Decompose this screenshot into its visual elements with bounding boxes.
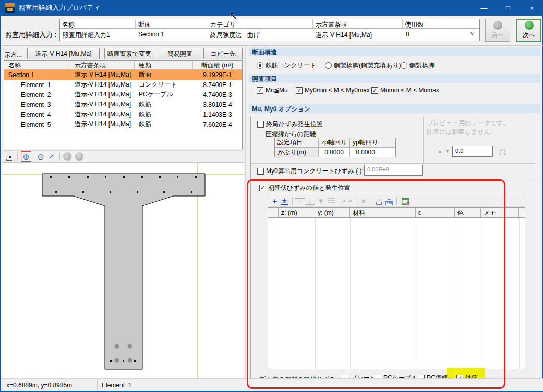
move-top-icon[interactable]: ↑: [295, 198, 305, 205]
check-my0-range[interactable]: ✓ My0min < M < My0max: [296, 87, 370, 94]
angle-input[interactable]: 0.0: [452, 146, 493, 157]
window-title: 照査用詳細入力プロパティ: [18, 3, 101, 13]
mu-my0-options-header: Mu, My0 オプション: [249, 104, 540, 113]
check-mu-range-box: ✓: [371, 87, 378, 94]
next-button-label: 次へ: [523, 31, 535, 40]
close-button[interactable]: ×: [520, 0, 543, 16]
combo-value-row[interactable]: 照査用詳細入力1 Section 1 終局強度法 - 曲げ 道示-V H14 […: [60, 29, 479, 41]
col-section-header: 断面: [138, 20, 151, 29]
drawing-toolbar: ⊕ ⊖ ↗ ← →: [2, 150, 244, 163]
close-icon: ×: [530, 4, 534, 12]
my0-strain-input[interactable]: 0.00E+0: [364, 165, 423, 176]
yield-strain-table[interactable]: z: (m) y: (m) 材料 ε 色 メモ: [268, 207, 525, 369]
delete-row-icon[interactable]: ×: [359, 197, 368, 206]
add-multiple-rows-icon[interactable]: ±: [281, 197, 288, 205]
minimize-button[interactable]: —: [472, 0, 496, 16]
insert-row-icon[interactable]: ▼: [316, 197, 325, 206]
angle-unit-label: (°): [499, 148, 506, 155]
header-spec: 示方書条項: [69, 61, 135, 69]
yp-value-cell[interactable]: 0.0000: [350, 148, 381, 157]
minimize-icon: —: [481, 4, 488, 12]
col-count-header: 使用数: [405, 20, 424, 29]
radio-steel[interactable]: 鋼製橋脚: [401, 61, 435, 70]
cursor-coordinates: x=0.6889m, y=0.8985m: [6, 382, 72, 389]
radio-steel-icon: [401, 62, 407, 69]
paste-list-icon[interactable]: [327, 197, 336, 206]
table-row-element4[interactable]: Element 4 道示-V H14 [Mu,Ma] 鉄筋 1.1403E-3: [4, 109, 242, 119]
prev-circle-arrow-icon: ←: [493, 21, 502, 30]
view-forward-icon[interactable]: →: [75, 152, 83, 161]
table-row-element5[interactable]: Element 5 道示-V H14 [Mu,Ma] 鉄筋 7.6020E-4: [4, 119, 242, 129]
cover-row-label: かぶり(m): [275, 148, 319, 157]
check-ultimate-strain[interactable]: 終局ひずみ発生位置: [257, 120, 323, 129]
section-element-table: 名称 示方書条項 種類 断面積 (m²) Section 1 道示-V H14 …: [4, 60, 243, 149]
fit-view-icon[interactable]: [6, 153, 14, 161]
export-table-icon[interactable]: →: [401, 197, 410, 205]
cross-section-drawing: [2, 163, 244, 378]
app-icon: ES: [5, 3, 15, 13]
next-button[interactable]: → 次へ: [516, 19, 541, 42]
measure-arrow-icon[interactable]: ↗: [48, 152, 54, 161]
col-name-header: 名称: [62, 20, 75, 29]
radio-steel-filled-icon: [325, 62, 332, 69]
value-count: 0: [406, 31, 409, 38]
cover-table-header: 設定項目 zp軸回り yp軸回り: [275, 138, 395, 148]
table-header-row: 名称 示方書条項 種類 断面積 (m²): [4, 61, 242, 70]
move-bottom-icon[interactable]: ↓: [306, 198, 315, 205]
app-icon-label: ES: [7, 7, 13, 12]
radio-steel-filled[interactable]: 鋼製橋脚(鋼製充填あり): [325, 61, 401, 70]
check-initial-yield[interactable]: ✓ 初降伏ひずみの値と発生位置: [259, 183, 350, 192]
table-row-element1[interactable]: Element 1 道示-V H14 [Mu,Ma] コンクリート 8.7400…: [4, 80, 242, 90]
spec-select-button[interactable]: 道示-V H14 [Mu,Ma]: [27, 48, 100, 59]
add-row-icon[interactable]: +: [270, 197, 280, 206]
mu-my0-options-group: 終局ひずみ発生位置 圧縮縁からの距離 設定項目 zp軸回り yp軸回り かぶり(…: [250, 116, 536, 388]
yield-table-toolbar: + ± ↑ ↓ ▼ A→B × ↔ ↔123 →: [268, 195, 525, 207]
dropdown-icon[interactable]: ∨: [470, 30, 474, 37]
zoom-in-icon[interactable]: ⊕: [21, 151, 31, 162]
check-mu-range[interactable]: ✓ Mumin < M < Mumax: [371, 87, 439, 94]
check-my0-concrete-strain-box: [257, 168, 264, 175]
change-by-element-button[interactable]: 断面要素で変更: [104, 48, 154, 59]
check-mc-mu[interactable]: ✓ Mc≦Mu: [257, 87, 288, 94]
check-ultimate-strain-box: [257, 121, 264, 128]
rename-icon[interactable]: A→B: [342, 197, 353, 206]
maximize-icon: □: [506, 4, 510, 12]
simple-check-button[interactable]: 簡易照査: [159, 48, 201, 59]
header-area: 断面積 (m²): [193, 61, 242, 69]
properties-panel: 断面構造 鉄筋コンクリート 鋼製橋脚(鋼製充填あり) 鋼製橋脚 照査項目 ✓ M…: [246, 46, 543, 379]
combo-header-row: 名称 断面 カテゴリ 示方書条項 使用数: [60, 19, 479, 29]
view-back-icon[interactable]: ←: [63, 152, 71, 161]
header-kind: 種類: [135, 61, 193, 69]
check-my0-concrete-strain[interactable]: My0算出用コンクリートひずみ ( ):: [257, 167, 364, 176]
section-structure-header: 断面構造: [249, 47, 540, 56]
table-row-section1[interactable]: Section 1 道示-V H14 [Mu,Ma] 断面 9.1929E-1: [4, 70, 242, 80]
dialog-window: ES 照査用詳細入力プロパティ — □ × ↖ 照査用詳細入力 : 名称 断面 …: [0, 0, 543, 392]
radio-rc[interactable]: 鉄筋コンクリート: [257, 61, 316, 70]
table-row-element2[interactable]: Element 2 道示-V H14 [Mu,Ma] PCケーブル 4.7400…: [4, 90, 242, 100]
zoom-out-icon[interactable]: ⊖: [35, 153, 46, 161]
value-spec: 道示-V H14 [Mu,Ma]: [316, 31, 372, 40]
prev-button-label: 前へ: [491, 31, 504, 40]
header-name: 名称: [4, 61, 69, 69]
status-element-label: Element 1: [102, 382, 131, 389]
radio-rc-icon: [257, 62, 263, 69]
col-spec-header: 示方書条項: [316, 20, 347, 29]
cross-section-canvas[interactable]: [2, 163, 244, 378]
angle-down-icon[interactable]: ▼: [445, 149, 451, 154]
angle-up-icon[interactable]: ▲: [438, 149, 444, 154]
value-name: 照査用詳細入力1: [63, 31, 110, 40]
zp-value-cell[interactable]: 0.0000: [319, 148, 350, 157]
value-section: Section 1: [138, 31, 164, 38]
copy-to-button[interactable]: コピー先: [203, 48, 243, 59]
fit-column-width-icon[interactable]: ↔: [374, 197, 383, 206]
prev-button[interactable]: ← 前へ: [485, 19, 510, 42]
yield-table-body[interactable]: [268, 218, 525, 369]
table-row-element3[interactable]: Element 3 道示-V H14 [Mu,Ma] 鉄筋 3.8010E-4: [4, 100, 242, 109]
input-selector-combo[interactable]: 名称 断面 カテゴリ 示方書条項 使用数 照査用詳細入力1 Section 1 …: [59, 19, 480, 41]
fit-numbering-icon[interactable]: ↔123: [384, 197, 394, 206]
preview-note-line1: プレビュー用のデータです。: [427, 119, 510, 128]
maximize-button[interactable]: □: [496, 0, 520, 16]
detail-input-label: 照査用詳細入力 :: [5, 30, 56, 40]
next-circle-arrow-icon: →: [525, 21, 534, 30]
cover-table-row: かぶり(m) 0.0000 0.0000: [275, 148, 395, 157]
